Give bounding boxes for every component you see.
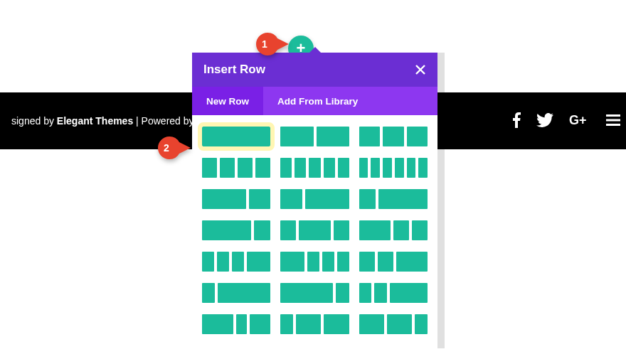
layout-column <box>337 252 349 272</box>
footer-brand: Elegant Themes <box>57 115 133 127</box>
modal-header: Insert Row <box>192 53 437 87</box>
layout-option-16[interactable] <box>202 283 270 303</box>
layout-column <box>249 189 271 209</box>
layout-option-2[interactable] <box>280 127 349 146</box>
close-icon <box>415 65 425 75</box>
layout-column <box>418 158 428 178</box>
layout-column <box>296 314 321 334</box>
layout-column <box>238 158 253 178</box>
footer-prefix: signed by <box>11 115 57 127</box>
svg-rect-3 <box>606 124 620 126</box>
layout-column <box>383 158 392 178</box>
layout-column <box>254 220 270 240</box>
svg-rect-1 <box>606 114 620 117</box>
layout-option-1[interactable] <box>202 127 270 146</box>
layout-column <box>280 189 302 209</box>
layout-option-7[interactable] <box>202 189 270 209</box>
layout-column <box>317 127 349 146</box>
layout-column <box>220 158 235 178</box>
layout-option-14[interactable] <box>280 252 349 272</box>
layout-column <box>396 252 428 272</box>
layout-column <box>395 158 404 178</box>
layout-column <box>359 252 375 272</box>
layout-column <box>250 314 270 334</box>
layout-option-10[interactable] <box>202 220 270 240</box>
layout-column <box>255 158 270 178</box>
layout-column <box>324 314 349 334</box>
twitter-icon[interactable] <box>536 113 553 129</box>
insert-row-modal: Insert Row New RowAdd From Library <box>192 53 437 348</box>
footer-credit: signed by Elegant Themes | Powered by Wo <box>11 115 212 127</box>
facebook-icon[interactable] <box>512 112 521 130</box>
layout-column <box>202 252 214 272</box>
layout-column <box>280 158 292 178</box>
layout-column <box>383 127 403 146</box>
layout-option-3[interactable] <box>359 127 428 146</box>
layout-column <box>322 252 334 272</box>
layout-column <box>359 189 376 209</box>
layout-column <box>280 314 293 334</box>
layout-option-11[interactable] <box>280 220 349 240</box>
layout-grid <box>192 115 437 348</box>
layout-column <box>374 283 387 303</box>
layout-column <box>371 158 380 178</box>
layout-column <box>202 158 217 178</box>
layout-column <box>390 283 428 303</box>
annotation-2: 2 <box>158 136 191 159</box>
layout-column <box>247 252 271 272</box>
menu-icon[interactable] <box>606 114 620 128</box>
layout-column <box>217 252 229 272</box>
layout-column <box>407 158 416 178</box>
close-button[interactable] <box>410 60 430 80</box>
footer-social: G+ <box>512 92 626 149</box>
layout-column <box>299 220 330 240</box>
layout-option-6[interactable] <box>359 158 428 178</box>
layout-column <box>202 189 246 209</box>
layout-column <box>324 158 335 178</box>
layout-option-15[interactable] <box>359 252 428 272</box>
modal-title: Insert Row <box>203 63 265 77</box>
annotation-1: 1 <box>256 33 289 55</box>
layout-column <box>359 314 384 334</box>
layout-column <box>412 220 428 240</box>
tab-add-from-library[interactable]: Add From Library <box>263 87 372 115</box>
layout-column <box>307 252 319 272</box>
layout-column <box>334 220 349 240</box>
layout-column <box>336 283 349 303</box>
modal-tabs: New RowAdd From Library <box>192 87 437 115</box>
layout-option-17[interactable] <box>280 283 349 303</box>
layout-option-5[interactable] <box>280 158 349 178</box>
layout-column <box>232 252 244 272</box>
layout-column <box>236 314 247 334</box>
svg-text:G+: G+ <box>569 113 587 127</box>
annotation-1-label: 1 <box>262 38 267 50</box>
layout-column <box>338 158 349 178</box>
layout-option-20[interactable] <box>280 314 349 334</box>
layout-option-21[interactable] <box>359 314 428 334</box>
layout-column <box>407 127 428 146</box>
layout-column <box>202 283 215 303</box>
layout-option-13[interactable] <box>202 252 270 272</box>
layout-column <box>202 314 233 334</box>
google-plus-icon[interactable]: G+ <box>569 113 590 129</box>
tab-new-row[interactable]: New Row <box>192 87 263 115</box>
layout-column <box>280 127 313 146</box>
layout-column <box>378 252 393 272</box>
layout-column <box>202 220 251 240</box>
layout-column <box>359 283 372 303</box>
layout-option-12[interactable] <box>359 220 428 240</box>
layout-option-18[interactable] <box>359 283 428 303</box>
layout-option-8[interactable] <box>280 189 349 209</box>
layout-column <box>378 189 428 209</box>
layout-option-9[interactable] <box>359 189 428 209</box>
layout-column <box>280 220 296 240</box>
footer-sep: | Powered by <box>133 115 196 127</box>
layout-column <box>280 283 333 303</box>
layout-column <box>218 283 270 303</box>
layout-column <box>309 158 320 178</box>
layout-option-19[interactable] <box>202 314 270 334</box>
layout-column <box>305 189 349 209</box>
layout-option-4[interactable] <box>202 158 270 178</box>
layout-column <box>387 314 412 334</box>
layout-column <box>202 127 270 146</box>
